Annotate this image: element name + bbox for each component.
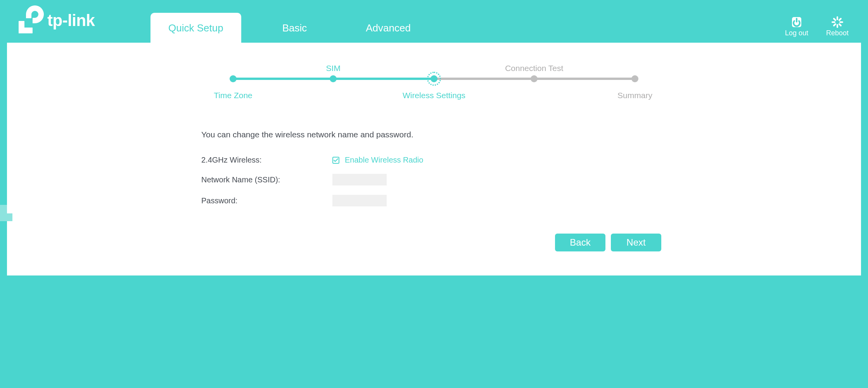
label-ssid: Network Name (SSID): [201,175,332,184]
decorative-edge [0,205,7,221]
step-label-3: Connection Test [505,64,563,73]
step-dot-2 [431,75,437,82]
main-tabs: Quick Setup Basic Advanced [150,13,452,43]
svg-line-9 [839,19,841,20]
svg-rect-1 [19,28,33,33]
step-dot-1 [330,75,337,82]
step-dot-3 [531,75,538,82]
row-password: Password: [201,195,667,206]
svg-line-7 [834,19,835,20]
logout-icon [790,16,803,28]
logout-label: Log out [785,29,808,37]
form-intro: You can change the wireless network name… [201,130,667,139]
logout-button[interactable]: Log out [785,16,808,37]
header-actions: Log out Reboot [785,16,849,37]
step-label-1: SIM [326,64,341,73]
main-panel: Time ZoneSIMWireless SettingsConnection … [7,43,861,275]
password-input[interactable] [332,195,387,206]
wireless-form: You can change the wireless network name… [201,130,667,251]
step-dot-0 [230,75,237,82]
reboot-label: Reboot [826,29,849,37]
label-password: Password: [201,196,332,205]
enable-wireless-radio-checkbox[interactable]: Enable Wireless Radio [332,156,423,165]
enable-radio-text: Enable Wireless Radio [345,156,423,165]
header-bar: tp-link Quick Setup Basic Advanced Log o… [0,0,868,43]
step-label-4: Summary [617,91,652,100]
brand-name: tp-link [47,11,95,30]
tplink-logo-icon [19,5,46,36]
wizard-actions: Back Next [201,234,667,251]
label-24ghz: 2.4GHz Wireless: [201,156,332,165]
step-label-2: Wireless Settings [403,91,465,100]
tab-advanced[interactable]: Advanced [348,13,429,43]
svg-line-10 [834,24,835,26]
wizard-stepper: Time ZoneSIMWireless SettingsConnection … [217,58,651,109]
tab-basic[interactable]: Basic [265,13,325,43]
tab-quick-setup[interactable]: Quick Setup [150,13,241,43]
checkbox-icon [332,157,339,164]
step-dot-4 [631,75,638,82]
ssid-input[interactable] [332,174,387,185]
reboot-icon [831,16,844,28]
svg-line-8 [839,24,841,26]
next-button[interactable]: Next [611,234,661,251]
reboot-button[interactable]: Reboot [826,16,849,37]
row-enable-radio: 2.4GHz Wireless: Enable Wireless Radio [201,156,667,165]
brand-logo: tp-link [19,5,95,36]
back-button[interactable]: Back [555,234,605,251]
step-label-0: Time Zone [214,91,252,100]
row-ssid: Network Name (SSID): [201,174,667,185]
